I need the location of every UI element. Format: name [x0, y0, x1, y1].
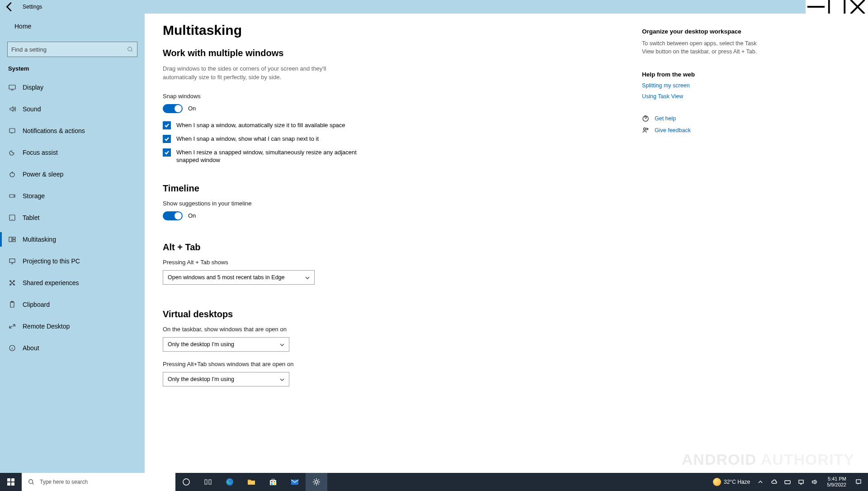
svg-rect-37	[785, 481, 790, 484]
tray-clock[interactable]: 5:41 PM 5/9/2022	[823, 476, 850, 487]
snap-windows-state: On	[188, 105, 196, 112]
multitasking-icon	[8, 235, 16, 243]
edge-icon	[225, 477, 234, 486]
nav-projecting[interactable]: Projecting to this PC	[0, 250, 145, 272]
taskbar-cortana[interactable]	[175, 473, 197, 491]
remote-desktop-icon	[8, 322, 16, 330]
taskbar-search[interactable]: Type here to search	[22, 473, 175, 491]
nav-notifications[interactable]: Notifications & actions	[0, 120, 145, 142]
check-label: When I resize a snapped window, simultan…	[176, 148, 371, 164]
mail-icon	[290, 477, 299, 486]
search-icon	[28, 479, 34, 485]
home-label: Home	[14, 23, 31, 30]
back-button[interactable]	[3, 0, 16, 14]
snap-option-resize-adjacent[interactable]: When I resize a snapped window, simultan…	[163, 148, 371, 164]
maximize-button[interactable]	[826, 0, 847, 14]
tray-input-indicator[interactable]	[783, 473, 793, 491]
sound-icon	[8, 105, 16, 113]
chevron-up-icon	[757, 479, 764, 485]
svg-point-6	[14, 195, 14, 196]
section-description: Drag windows to the sides or corners of …	[163, 65, 353, 82]
tray-action-center[interactable]	[854, 473, 863, 491]
vd-alttab-label: Pressing Alt+Tab shows windows that are …	[163, 361, 615, 367]
search-input[interactable]	[11, 46, 127, 53]
nav-label: Display	[23, 84, 43, 91]
titlebar: Settings	[0, 0, 868, 14]
nav-clipboard[interactable]: Clipboard	[0, 294, 145, 315]
snap-option-show-next[interactable]: When I snap a window, show what I can sn…	[163, 135, 371, 143]
system-tray: 32°C Haze 5:41 PM 5/9/2022	[711, 473, 868, 491]
svg-rect-9	[13, 237, 15, 239]
snap-windows-label: Snap windows	[163, 93, 615, 100]
close-button[interactable]	[847, 0, 868, 14]
nav-remote-desktop[interactable]: Remote Desktop	[0, 315, 145, 337]
svg-rect-39	[856, 480, 861, 483]
link-splitting-screen[interactable]: Splitting my screen	[642, 82, 760, 89]
home-nav[interactable]: Home	[0, 17, 145, 35]
nav-storage[interactable]: Storage	[0, 185, 145, 207]
taskbar-settings[interactable]	[306, 473, 327, 491]
nav-label: Remote Desktop	[23, 323, 70, 330]
windows-icon	[7, 478, 14, 486]
svg-rect-2	[9, 85, 15, 89]
link-task-view[interactable]: Using Task View	[642, 93, 760, 100]
settings-search[interactable]	[7, 42, 137, 57]
nav-focus-assist[interactable]: Focus assist	[0, 142, 145, 163]
section-virtual-desktops: Virtual desktops	[163, 309, 615, 319]
side-heading-help: Help from the web	[642, 71, 760, 78]
svg-rect-8	[9, 237, 12, 242]
focus-assist-icon	[8, 148, 16, 157]
taskbar-explorer[interactable]	[241, 473, 262, 491]
minimize-button[interactable]	[806, 0, 826, 14]
power-icon	[8, 170, 16, 178]
taskbar-store[interactable]	[262, 473, 284, 491]
start-button[interactable]	[0, 473, 22, 491]
taskbar-mail[interactable]	[284, 473, 306, 491]
tablet-icon	[8, 214, 16, 222]
display-icon	[8, 83, 16, 91]
nav-display[interactable]: Display	[0, 76, 145, 98]
action-label: Get help	[655, 115, 676, 122]
get-help-link[interactable]: Get help	[642, 115, 760, 122]
tray-volume[interactable]	[810, 473, 820, 491]
vd-alttab-dropdown[interactable]: Only the desktop I'm using	[163, 372, 289, 386]
side-text-organize: To switch between open apps, select the …	[642, 39, 760, 56]
chevron-down-icon	[280, 377, 284, 381]
nav-shared-experiences[interactable]: Shared experiences	[0, 272, 145, 294]
nav-label: Tablet	[23, 214, 39, 221]
nav-multitasking[interactable]: Multitasking	[0, 229, 145, 250]
tray-network[interactable]	[796, 473, 806, 491]
gear-icon	[312, 477, 321, 486]
vd-taskbar-dropdown[interactable]: Only the desktop I'm using	[163, 337, 289, 352]
snap-windows-toggle[interactable]	[163, 104, 183, 113]
svg-rect-38	[799, 480, 803, 483]
svg-point-1	[128, 47, 132, 51]
nav-label: Projecting to this PC	[23, 257, 80, 265]
section-alt-tab: Alt + Tab	[163, 242, 615, 253]
svg-point-20	[644, 128, 646, 130]
give-feedback-link[interactable]: Give feedback	[642, 127, 760, 134]
snap-option-auto-size[interactable]: When I snap a window, automatically size…	[163, 121, 371, 129]
feedback-icon	[642, 127, 649, 134]
nav-tablet[interactable]: Tablet	[0, 207, 145, 229]
tray-onedrive[interactable]	[769, 473, 779, 491]
checkbox-checked-icon	[163, 121, 171, 129]
clock-time: 5:41 PM	[827, 476, 846, 482]
weather-icon	[713, 478, 721, 486]
svg-rect-0	[829, 0, 845, 14]
taskbar-task-view[interactable]	[197, 473, 219, 491]
nav-about[interactable]: About	[0, 337, 145, 359]
check-label: When I snap a window, show what I can sn…	[176, 135, 319, 143]
svg-rect-22	[11, 478, 14, 481]
nav-power-sleep[interactable]: Power & sleep	[0, 163, 145, 185]
tray-overflow[interactable]	[755, 473, 765, 491]
timeline-toggle[interactable]	[163, 211, 183, 220]
alttab-dropdown[interactable]: Open windows and 5 most recent tabs in E…	[163, 270, 315, 285]
alttab-label: Pressing Alt + Tab shows	[163, 259, 615, 266]
taskbar-edge[interactable]	[219, 473, 241, 491]
help-icon	[642, 115, 649, 122]
nav-sound[interactable]: Sound	[0, 98, 145, 120]
timeline-label: Show suggestions in your timeline	[163, 200, 615, 207]
svg-rect-32	[274, 481, 275, 482]
tray-weather[interactable]: 32°C Haze	[711, 473, 752, 491]
